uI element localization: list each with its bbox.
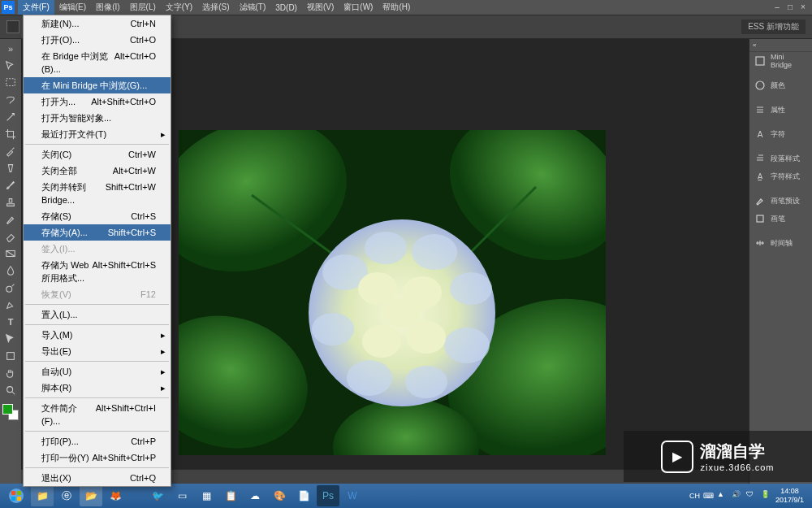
file-menu-item[interactable]: 恢复(V)F12 — [24, 286, 171, 302]
file-menu-item[interactable]: 打印(P)...Ctrl+P — [24, 433, 171, 449]
panel-brush[interactable]: 画笔 — [749, 210, 812, 228]
file-menu-item[interactable]: 文件简介(F)...Alt+Shift+Ctrl+I — [24, 400, 171, 429]
panel-parastyle[interactable]: 段落样式 — [749, 150, 812, 167]
menu-select[interactable]: 选择(S) — [197, 0, 234, 15]
menu-window[interactable]: 窗口(W) — [339, 0, 378, 15]
para-icon — [754, 153, 766, 164]
file-menu-item[interactable]: 退出(X)Ctrl+Q — [24, 470, 171, 486]
menu-type[interactable]: 文字(Y) — [161, 0, 197, 15]
move-tool[interactable] — [2, 58, 19, 74]
brush-tool[interactable] — [2, 177, 19, 193]
taskbar-app-6[interactable]: ☁ — [244, 485, 266, 506]
lasso-tool[interactable] — [2, 92, 19, 108]
history-brush-tool[interactable] — [2, 211, 19, 228]
file-menu-item[interactable]: 打开为智能对象... — [24, 110, 171, 126]
file-menu-item[interactable]: 关闭全部Alt+Ctrl+W — [24, 163, 171, 179]
taskbar-app-8[interactable]: 📄 — [292, 485, 315, 506]
svg-rect-29 — [11, 491, 15, 495]
close-icon[interactable]: × — [797, 2, 809, 12]
file-menu-item[interactable]: 关闭并转到 Bridge...Shift+Ctrl+W — [24, 179, 171, 208]
menu-view[interactable]: 视图(V) — [302, 0, 339, 15]
file-menu-item[interactable]: 自动(U)▸ — [24, 363, 171, 380]
start-button[interactable] — [3, 485, 29, 506]
file-menu-item[interactable]: 在 Mini Bridge 中浏览(G)... — [24, 77, 171, 93]
text-tool[interactable]: T — [2, 314, 19, 330]
file-menu-item[interactable]: 最近打开文件(T)▸ — [24, 126, 171, 142]
taskbar-app-2[interactable]: 🐦 — [146, 485, 169, 506]
zoom-tool[interactable] — [2, 382, 19, 398]
svg-point-18 — [347, 360, 392, 396]
panel-char[interactable]: A字符 — [749, 125, 812, 143]
menu-file[interactable]: 文件(F) — [18, 0, 54, 15]
file-menu-item[interactable]: 打印一份(Y)Alt+Shift+Ctrl+P — [24, 449, 171, 466]
maximize-icon[interactable]: □ — [784, 2, 796, 12]
menu-edit[interactable]: 编辑(E) — [54, 0, 91, 15]
taskbar-app-1[interactable]: 📁 — [31, 485, 54, 506]
svg-rect-25 — [756, 57, 764, 65]
tray-flag-icon[interactable]: ▲ — [717, 490, 728, 501]
menu-image[interactable]: 图像(I) — [91, 0, 124, 15]
marquee-tool[interactable] — [2, 75, 19, 91]
taskbar-word[interactable]: W — [341, 485, 364, 506]
file-menu-item[interactable]: 存储为 Web 所用格式...Alt+Shift+Ctrl+S — [24, 257, 171, 286]
file-menu-item[interactable]: 打开(O)...Ctrl+O — [24, 32, 171, 48]
path-tool[interactable] — [2, 331, 19, 347]
taskbar-firefox[interactable]: 🦊 — [104, 485, 127, 506]
menu-3d[interactable]: 3D(D) — [270, 2, 302, 14]
file-menu-item[interactable]: 存储(S)Ctrl+S — [24, 208, 171, 224]
stamp-tool[interactable] — [2, 194, 19, 211]
file-menu-item[interactable]: 新建(N)...Ctrl+N — [24, 15, 171, 32]
taskbar-app-4[interactable]: ▦ — [195, 485, 218, 506]
panel-props[interactable]: 属性 — [749, 101, 812, 119]
file-menu-item[interactable]: 关闭(C)Ctrl+W — [24, 146, 171, 163]
panel-timeline[interactable]: 时间轴 — [749, 234, 812, 252]
panel-color[interactable]: 颜色 — [749, 76, 812, 94]
minimize-icon[interactable]: – — [771, 2, 783, 12]
panel-minibridge[interactable]: Mini Bridge — [749, 52, 812, 70]
wand-tool[interactable] — [2, 109, 19, 125]
pen-tool[interactable] — [2, 297, 19, 313]
taskbar-app-3[interactable]: ▭ — [171, 485, 193, 506]
file-menu-item[interactable]: 导出(E)▸ — [24, 343, 171, 359]
tray-net-icon[interactable]: 🔊 — [732, 490, 743, 501]
tray-shield-icon[interactable]: 🛡 — [746, 490, 758, 501]
menu-filter[interactable]: 滤镜(T) — [235, 0, 271, 15]
file-menu-item[interactable]: 置入(L)... — [24, 306, 171, 323]
toolbox: » T — [0, 39, 21, 484]
file-menu-item[interactable]: 脚本(R)▸ — [24, 380, 171, 396]
tray-lang[interactable]: CH — [689, 492, 700, 500]
tray-battery-icon[interactable]: 🔋 — [761, 490, 772, 501]
svg-point-22 — [407, 321, 446, 354]
taskbar-ie[interactable]: ⓔ — [55, 485, 78, 506]
taskbar-app-5[interactable]: 📋 — [219, 485, 242, 506]
collapse-icon[interactable]: » — [2, 41, 19, 57]
file-menu-item[interactable]: 打开为...Alt+Shift+Ctrl+O — [24, 93, 171, 110]
taskbar-clock[interactable]: 14:082017/9/1 — [775, 487, 804, 505]
heal-tool[interactable] — [2, 160, 19, 176]
file-menu-item[interactable]: 在 Bridge 中浏览(B)...Alt+Ctrl+O — [24, 48, 171, 77]
taskbar-photoshop[interactable]: Ps — [317, 485, 339, 506]
file-menu-item[interactable]: 签入(I)... — [24, 241, 171, 257]
file-menu-item[interactable]: 导入(M)▸ — [24, 327, 171, 343]
hand-tool[interactable] — [2, 365, 19, 381]
eraser-tool[interactable] — [2, 228, 19, 245]
tray-ime-icon[interactable]: ⌨ — [703, 492, 714, 500]
crop-tool[interactable] — [2, 126, 19, 142]
file-menu-item[interactable]: 存储为(A)...Shift+Ctrl+S — [24, 224, 171, 241]
dodge-tool[interactable] — [2, 280, 19, 296]
menu-help[interactable]: 帮助(H) — [378, 0, 415, 15]
shape-tool[interactable] — [2, 348, 19, 364]
eyedropper-tool[interactable] — [2, 143, 19, 159]
color-swatch[interactable] — [2, 404, 19, 420]
workspace-switcher[interactable]: ESS 新增功能 — [741, 20, 806, 34]
blur-tool[interactable] — [2, 263, 19, 279]
menu-layer[interactable]: 图层(L) — [125, 0, 161, 15]
panel-charstyle[interactable]: A̲字符样式 — [749, 167, 812, 185]
taskbar-app-7[interactable]: 🎨 — [268, 485, 291, 506]
taskbar-explorer[interactable]: 📂 — [80, 485, 102, 506]
gradient-tool[interactable] — [2, 245, 19, 262]
brush-icon — [754, 195, 766, 206]
taskbar: 📁 ⓔ 📂 🦊 🐦 ▭ ▦ 📋 ☁ 🎨 📄 Ps W CH ⌨ ▲ 🔊 🛡 🔋 … — [0, 484, 812, 508]
panel-collapse[interactable]: « — [749, 39, 812, 52]
panel-brushpreset[interactable]: 画笔预设 — [749, 192, 812, 210]
